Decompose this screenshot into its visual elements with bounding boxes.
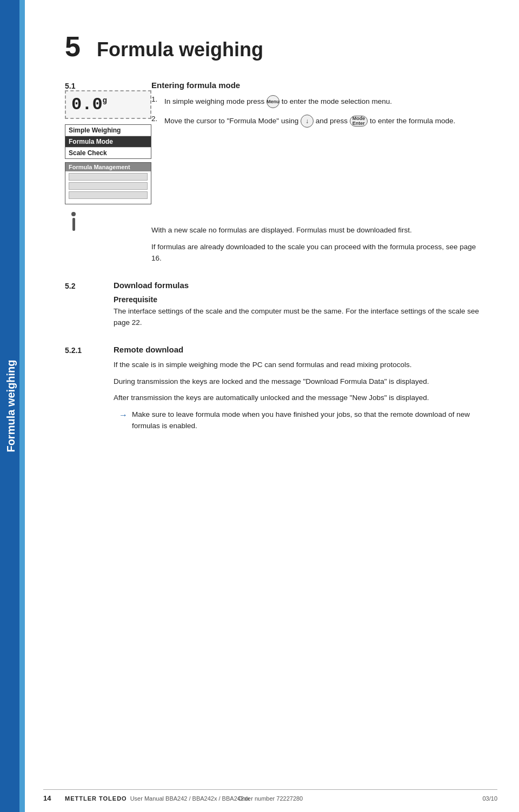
bullet-arrow-icon: → xyxy=(119,409,128,432)
section-521-bullet-text: Make sure to leave formula mode when you… xyxy=(132,409,487,432)
step-2: 2. Move the cursor to "Formula Mode" usi… xyxy=(151,115,487,128)
section-521-number: 5.2.1 xyxy=(65,345,114,355)
step-1-text: In simple weighing mode press Menu to en… xyxy=(164,95,392,108)
scale-display-group: 0.0g Simple Weighing Formula Mode Scale … xyxy=(65,90,151,204)
step-2-text: Move the cursor to "Formula Mode" using … xyxy=(164,115,455,128)
footer-brand: METTLER TOLEDO xyxy=(65,795,127,802)
prereq-text: The interface settings of the scale and … xyxy=(114,306,487,329)
section-521-content: Remote download If the scale is in simpl… xyxy=(114,345,487,436)
down-arrow-key: ↓ xyxy=(301,115,314,128)
chapter-title: Formula weighing xyxy=(97,38,263,61)
section-52-content: Download formulas Prerequisite The inter… xyxy=(114,281,487,334)
section-52: 5.2 Download formulas Prerequisite The i… xyxy=(65,281,487,334)
mode-enter-key: ModeEnter xyxy=(350,116,368,127)
section-51-content: Entering formula mode 1. In simple weigh… xyxy=(151,81,487,270)
fm-header: Formula Management xyxy=(65,163,151,171)
scale-unit: g xyxy=(103,96,107,105)
footer-date: 03/10 xyxy=(482,795,497,802)
scale-value: 0.0 xyxy=(71,95,103,115)
fm-row-2 xyxy=(69,182,148,190)
section-51-left: 5.1 0.0g Simple Weighing Formula Mode Sc… xyxy=(65,81,151,270)
section-521-bullet: → Make sure to leave formula mode when y… xyxy=(114,409,487,432)
section-52-title: Download formulas xyxy=(114,281,487,290)
section-521-title: Remote download xyxy=(114,345,487,354)
section-521: 5.2.1 Remote download If the scale is in… xyxy=(65,345,487,436)
section-51-number: 5.1 xyxy=(65,81,151,90)
info-stem xyxy=(72,218,75,231)
section-51-title: Entering formula mode xyxy=(151,81,487,90)
menu-box: Simple Weighing Formula Mode Scale Check xyxy=(65,124,151,159)
scale-display: 0.0g xyxy=(65,90,151,119)
step-1: 1. In simple weighing mode press Menu to… xyxy=(151,95,487,108)
sidebar-label: Formula weighing xyxy=(5,276,17,536)
fm-row-3 xyxy=(69,191,148,199)
main-content: 5 Formula weighing 5.1 0.0g Simple Weigh… xyxy=(43,0,519,812)
section-521-para1: If the scale is in simple weighing mode … xyxy=(114,360,487,371)
info-paragraph-2: If formulas are already downloaded to th… xyxy=(151,242,487,264)
section-52-left: 5.2 xyxy=(65,281,114,334)
formula-management-box: Formula Management xyxy=(65,162,151,204)
step-1-num: 1. xyxy=(151,95,160,108)
section-521-para2: During transmission the keys are locked … xyxy=(114,376,487,388)
section-521-para3: After transmission the keys are automati… xyxy=(114,392,487,404)
chapter-number: 5 xyxy=(65,32,81,61)
section-521-left: 5.2.1 xyxy=(65,345,114,436)
prereq-title: Prerequisite xyxy=(114,295,487,304)
fm-row-1 xyxy=(69,173,148,181)
step-2-num: 2. xyxy=(151,115,160,128)
menu-row-simple: Simple Weighing xyxy=(65,125,151,136)
scale-reading: 0.0g xyxy=(71,95,107,115)
info-paragraph-1: With a new scale no formulas are display… xyxy=(151,225,487,236)
info-dot xyxy=(71,212,76,216)
section-51: 5.1 0.0g Simple Weighing Formula Mode Sc… xyxy=(65,81,487,270)
footer-order: Order number 72227280 xyxy=(238,795,303,802)
info-icon-wrapper xyxy=(65,210,114,234)
menu-row-scale: Scale Check xyxy=(65,148,151,158)
menu-row-formula: Formula Mode xyxy=(65,136,151,148)
info-icon xyxy=(65,212,82,234)
footer-doc: User Manual BBA242 / BBA242x / BBA242xx xyxy=(130,795,250,802)
section-52-number: 5.2 xyxy=(65,281,114,290)
menu-key: Menu xyxy=(267,95,280,108)
sidebar-label-wrapper: Formula weighing xyxy=(0,0,25,812)
page-footer: 14 METTLER TOLEDO User Manual BBA242 / B… xyxy=(43,789,497,802)
footer-page-number: 14 xyxy=(43,794,59,802)
chapter-header: 5 Formula weighing xyxy=(65,32,487,61)
